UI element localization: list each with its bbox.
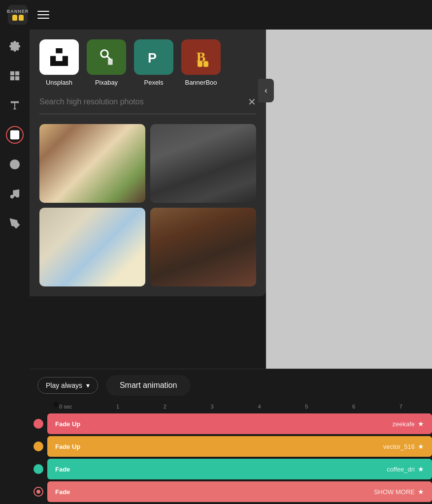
track-dot-4 [33, 487, 43, 497]
sidebar-text-icon[interactable] [6, 96, 24, 114]
svg-point-12 [16, 194, 19, 197]
photo-candle[interactable] [39, 124, 145, 203]
sidebar-layout-icon[interactable] [6, 67, 24, 85]
logo[interactable]: BANNER [8, 5, 28, 25]
main-layout: ‹ Unsplash [0, 30, 432, 504]
search-bar: ✕ [39, 96, 256, 114]
photo-grid [39, 124, 256, 286]
track-row-3: Fade coffee_dri ★ [30, 459, 432, 479]
sidebar-music-icon[interactable] [6, 185, 24, 203]
sidebar-settings-icon[interactable] [6, 37, 24, 55]
pexels-label: Pexels [144, 79, 163, 86]
menu-icon[interactable] [37, 11, 49, 19]
ruler-mark-5: 5 [305, 404, 308, 410]
media-panel: ‹ Unsplash [30, 30, 266, 296]
bottom-section: Play always ▾ Smart animation 0 sec 1 2 … [30, 369, 432, 504]
search-clear-icon[interactable]: ✕ [248, 96, 256, 108]
unsplash-label: Unsplash [46, 79, 72, 86]
ruler-mark-2: 2 [164, 404, 166, 410]
track-bar-3[interactable]: Fade coffee_dri ★ [47, 459, 432, 479]
track-dot-3 [33, 464, 43, 474]
svg-rect-3 [11, 77, 14, 80]
source-bannerboo[interactable]: B BannerBoo [181, 39, 221, 86]
star-icon-4: ★ [418, 488, 424, 496]
source-icons-row: Unsplash Pixabay P [39, 39, 256, 86]
ruler-mark-7: 7 [399, 404, 402, 410]
sidebar-video-icon[interactable] [6, 156, 24, 173]
timeline: 0 sec 1 2 3 4 5 6 7 [30, 402, 432, 504]
unsplash-icon-box [39, 39, 79, 75]
pixabay-icon-box [87, 39, 126, 75]
track-dot-1 [33, 419, 43, 429]
source-pexels[interactable]: P Pexels [134, 39, 173, 86]
svg-point-11 [11, 195, 14, 198]
track-label-left-2: Fade Up [55, 443, 80, 450]
svg-point-13 [13, 222, 15, 224]
source-pixabay[interactable]: Pixabay [87, 39, 126, 86]
track-label-right-4: SHOW MORE ★ [374, 488, 424, 496]
play-always-button[interactable]: Play always ▾ [37, 377, 98, 394]
bannerboo-icon-box: B [181, 39, 221, 75]
track-bar-4[interactable]: Fade SHOW MORE ★ [47, 481, 432, 502]
ruler-mark-6: 6 [352, 404, 355, 410]
bannerboo-label: BannerBoo [185, 79, 217, 86]
track-row-4: Fade SHOW MORE ★ [30, 481, 432, 502]
chevron-down-icon: ▾ [86, 381, 90, 389]
track-label-right-1: zeekafe ★ [392, 420, 424, 428]
left-sidebar [0, 30, 30, 504]
ruler-mark-0: 0 sec [59, 404, 72, 410]
svg-point-8 [12, 132, 14, 134]
sidebar-draw-icon[interactable] [6, 215, 24, 232]
sidebar-image-icon[interactable] [6, 126, 24, 144]
play-always-label: Play always [46, 381, 82, 389]
timeline-ruler: 0 sec 1 2 3 4 5 6 7 [30, 402, 432, 411]
svg-rect-4 [16, 77, 19, 80]
track-row-2: Fade Up vector_516 ★ [30, 436, 432, 457]
ruler-mark-1: 1 [116, 404, 119, 410]
track-label-right-2: vector_516 ★ [383, 442, 424, 450]
smart-animation-label: Smart animation [120, 381, 177, 389]
top-bar: BANNER [0, 0, 432, 30]
photo-woman[interactable] [150, 208, 256, 286]
ruler-mark-4: 4 [258, 404, 261, 410]
smart-animation-button[interactable]: Smart animation [106, 375, 191, 396]
search-input[interactable] [39, 97, 248, 106]
track-label-right-3: coffee_dri ★ [387, 465, 424, 473]
content-area: ‹ Unsplash [30, 30, 432, 504]
ruler-marks: 0 sec 1 2 3 4 5 6 7 [59, 404, 402, 410]
svg-rect-14 [108, 59, 113, 65]
svg-rect-2 [16, 72, 19, 75]
pixabay-label: Pixabay [95, 79, 118, 86]
ruler-mark-3: 3 [211, 404, 214, 410]
track-label-left-1: Fade Up [55, 420, 80, 428]
collapse-panel-button[interactable]: ‹ [258, 79, 274, 102]
timeline-playhead[interactable] [53, 402, 59, 408]
track-bar-2[interactable]: Fade Up vector_516 ★ [47, 436, 432, 457]
pexels-icon-box: P [134, 39, 173, 75]
track-label-left-3: Fade [55, 466, 70, 473]
track-row-1: Fade Up zeekafe ★ [30, 413, 432, 434]
track-label-left-4: Fade [55, 488, 70, 496]
svg-rect-1 [11, 72, 14, 75]
source-unsplash[interactable]: Unsplash [39, 39, 79, 86]
star-icon-1: ★ [418, 420, 424, 428]
photo-pencils[interactable] [39, 208, 145, 286]
control-row: Play always ▾ Smart animation [30, 369, 432, 402]
timeline-tracks: Fade Up zeekafe ★ Fade Up [30, 411, 432, 504]
track-bar-1[interactable]: Fade Up zeekafe ★ [47, 413, 432, 434]
star-icon-3: ★ [418, 465, 424, 473]
photo-stairs[interactable] [150, 124, 256, 203]
svg-text:P: P [148, 51, 157, 65]
star-icon-2: ★ [418, 442, 424, 450]
track-dot-2 [33, 441, 43, 451]
